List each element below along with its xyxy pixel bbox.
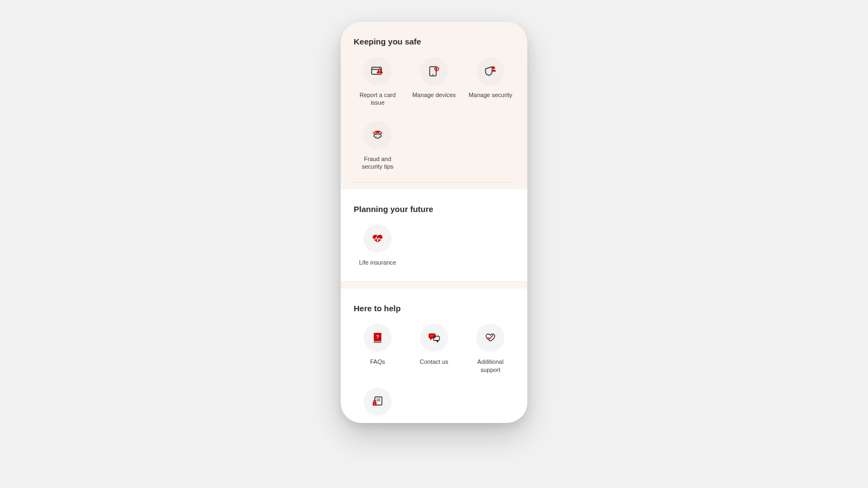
- contact-us-icon: [420, 324, 448, 352]
- svg-point-17: [379, 136, 380, 137]
- tile-label: Life insurance: [359, 259, 397, 266]
- help-grid: ? FAQs: [354, 324, 514, 423]
- section-title-safe: Keeping you safe: [354, 22, 514, 57]
- future-grid: Life insurance: [354, 224, 514, 266]
- svg-point-6: [432, 74, 433, 75]
- devices-icon: [420, 57, 448, 85]
- tile-label: FAQs: [370, 358, 385, 365]
- app-card: Keeping you safe Report a card issue: [341, 22, 527, 423]
- life-insurance-icon: [363, 224, 392, 253]
- section-title-help: Here to help: [354, 288, 514, 324]
- faqs-icon: ?: [363, 324, 392, 352]
- svg-rect-4: [379, 72, 380, 72]
- tile-label: Fraud and security tips: [355, 155, 400, 171]
- tile-label: Report a card issue: [355, 91, 400, 107]
- tile-label: Manage devices: [412, 91, 456, 99]
- svg-marker-27: [436, 341, 438, 342]
- tile-label: Manage security: [469, 91, 513, 99]
- svg-point-16: [376, 136, 377, 137]
- tile-label: Contact us: [420, 358, 449, 365]
- secure-messages-icon: [363, 388, 392, 416]
- svg-point-8: [436, 68, 437, 69]
- fraud-tips-icon: [363, 121, 392, 149]
- tile-manage-devices[interactable]: Manage devices: [410, 57, 458, 107]
- svg-text:?: ?: [376, 334, 379, 339]
- tile-label: Secure messages: [355, 422, 400, 423]
- svg-rect-3: [379, 69, 380, 71]
- additional-support-icon: [476, 324, 505, 352]
- tile-report-card-issue[interactable]: Report a card issue: [354, 57, 401, 107]
- svg-marker-22: [430, 338, 432, 341]
- card-issue-icon: [363, 57, 392, 85]
- security-icon: [476, 57, 505, 85]
- tile-faqs[interactable]: ? FAQs: [354, 324, 401, 374]
- tile-label: Additional support: [468, 358, 513, 374]
- tile-manage-security[interactable]: Manage security: [467, 57, 514, 107]
- section-here-to-help: Here to help ? FAQs: [341, 288, 527, 423]
- section-planning-future: Planning your future Life insurance: [341, 189, 527, 282]
- divider: [354, 182, 514, 183]
- tile-fraud-security-tips[interactable]: Fraud and security tips: [354, 121, 401, 171]
- tile-secure-messages[interactable]: Secure messages: [354, 388, 401, 423]
- tile-contact-us[interactable]: Contact us: [410, 324, 458, 374]
- section-keeping-you-safe: Keeping you safe Report a card issue: [341, 22, 527, 183]
- safe-grid: Report a card issue Manage device: [354, 57, 514, 170]
- svg-point-23: [430, 336, 431, 337]
- svg-point-32: [374, 403, 375, 404]
- tile-additional-support[interactable]: Additional support: [467, 324, 514, 374]
- tile-life-insurance[interactable]: Life insurance: [354, 224, 401, 266]
- section-title-future: Planning your future: [354, 189, 514, 224]
- svg-point-24: [432, 336, 433, 337]
- svg-point-13: [493, 67, 495, 69]
